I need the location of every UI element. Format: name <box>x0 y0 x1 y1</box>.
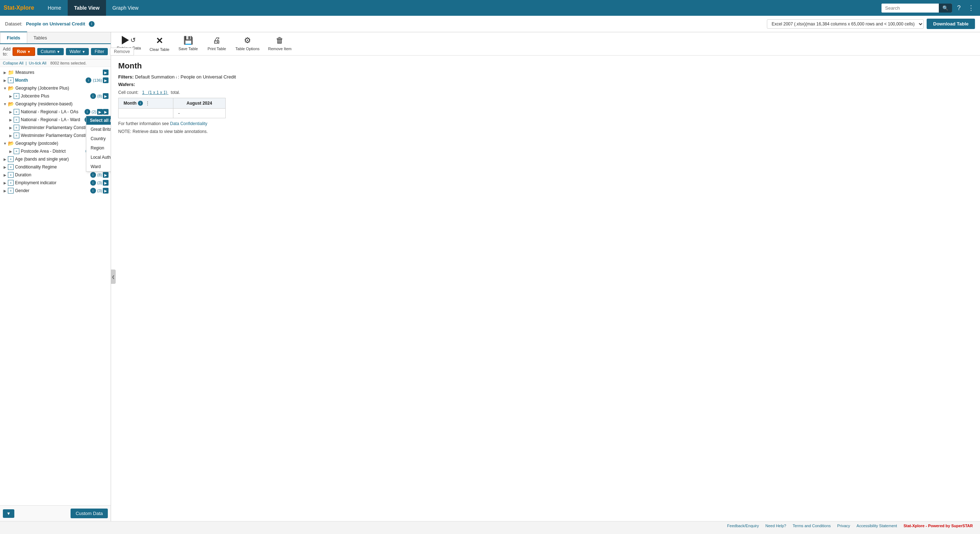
remove-item-icon: 🗑 <box>276 36 284 45</box>
table-options-label: Table Options <box>235 46 259 51</box>
main-layout: Fields Tables Add to: Row ▼ Column ▼ Waf… <box>0 32 980 521</box>
list-item[interactable]: ▶ ≡ National - Regional - LA - Ward i (2… <box>0 116 111 124</box>
info-badge[interactable]: i <box>90 172 96 178</box>
arrow-btn[interactable]: ▶ <box>103 77 108 83</box>
nav-table-view[interactable]: Table View <box>68 0 106 16</box>
arrow-btn[interactable]: ▶ <box>103 188 108 193</box>
nav-graph-view[interactable]: Graph View <box>106 0 145 16</box>
expander-icon: ▶ <box>8 109 14 115</box>
context-menu-item-ward[interactable]: Ward <box>86 162 111 171</box>
list-item[interactable]: ▶ ≡ Duration i (8) ▶ <box>0 171 111 179</box>
file-icon: ≡ <box>14 117 19 123</box>
file-icon: ≡ <box>14 125 19 131</box>
tree-container[interactable]: ▶ 📁 Measures ▶ ▶ ≡ Month i (136) ▶ ▼ 📂 G… <box>0 67 111 505</box>
footer-link-help[interactable]: Need Help? <box>765 524 786 528</box>
list-item[interactable]: ▶ ≡ National - Regional - LA - OAs i (2)… <box>0 108 111 116</box>
expander-icon: ▶ <box>2 188 8 193</box>
context-menu-header: Select all at level <box>86 116 111 125</box>
list-item[interactable]: ▼ 📂 Geography (Jobcentre Plus) <box>0 84 111 92</box>
print-table-toolbar-item[interactable]: 🖨 Print Table <box>207 36 227 51</box>
context-menu-item-region[interactable]: Region <box>86 143 111 153</box>
remove-item-label: Remove Item <box>268 46 291 51</box>
footer-link-privacy[interactable]: Privacy <box>837 524 850 528</box>
list-item[interactable]: ▶ ≡ Jobcentre Plus i (8) ▶ <box>0 92 111 100</box>
custom-data-button[interactable]: Custom Data <box>70 508 108 518</box>
item-count: (2) <box>92 110 96 114</box>
month-info-btn[interactable]: i <box>138 101 143 106</box>
download-table-button[interactable]: Download Table <box>927 19 975 29</box>
cell-count-link[interactable]: 1 (1 x 1 x 1) <box>142 90 169 95</box>
add-to-label: Add to: <box>3 46 10 57</box>
table-title: Month <box>118 61 973 70</box>
collapse-all-link[interactable]: Collapse All <box>3 61 23 65</box>
list-item[interactable]: ▶ ≡ Month i (136) ▶ <box>0 77 111 84</box>
filter-button[interactable]: Filter <box>91 48 108 55</box>
context-menu-item-country[interactable]: Country <box>86 134 111 143</box>
info-badge[interactable]: i <box>86 77 91 83</box>
list-item[interactable]: ▶ 📁 Measures ▶ <box>0 69 111 77</box>
menu-icon[interactable]: ⋮ <box>966 3 977 13</box>
file-icon: ≡ <box>8 180 14 186</box>
item-label: Employment indicator <box>15 180 89 185</box>
item-label: National - Regional - LA - Ward <box>21 117 84 122</box>
arrow-btn[interactable]: ▶ <box>103 172 108 178</box>
dataset-info-icon[interactable]: i <box>89 21 95 27</box>
expander-icon: ▶ <box>2 156 8 162</box>
month-more-btn[interactable]: ⋮ <box>144 100 151 106</box>
filters-label: Filters: <box>118 74 134 80</box>
list-item[interactable]: ▼ 📂 Geography (residence-based) <box>0 100 111 108</box>
list-item[interactable]: ▶ ≡ Gender i (3) ▶ <box>0 187 111 194</box>
item-label: Postcode Area - District <box>21 149 85 154</box>
arrow-btn[interactable]: ▶ <box>97 109 103 115</box>
row-button[interactable]: Row ▼ <box>13 47 35 56</box>
table-options-toolbar-item[interactable]: ⚙ Table Options <box>235 36 259 51</box>
data-confidentiality-link[interactable]: Data Confidentiality <box>170 121 207 126</box>
wafer-button[interactable]: Wafer ▼ <box>66 48 89 55</box>
clear-table-toolbar-item[interactable]: ✕ Clear Table <box>150 36 169 52</box>
dataset-label: Dataset: <box>5 21 22 27</box>
remove-button[interactable]: Remove <box>110 48 134 56</box>
items-count: 8002 items selected. <box>51 61 87 65</box>
format-select[interactable]: Excel 2007 (.xlsx)(max 16,384 columns x … <box>767 19 924 29</box>
footer-link-terms[interactable]: Terms and Conditions <box>793 524 830 528</box>
untick-all-link[interactable]: Un-tick All <box>29 61 46 65</box>
folder-icon: 📂 <box>8 140 14 146</box>
panel-collapse-button[interactable]: ❮ <box>111 269 116 284</box>
dataset-name[interactable]: People on Universal Credit <box>26 21 85 27</box>
arrow-btn[interactable]: ▶ <box>103 180 108 186</box>
info-badge[interactable]: i <box>84 109 90 115</box>
search-input[interactable] <box>881 3 939 13</box>
note-confidentiality: For further information see Data Confide… <box>118 121 973 126</box>
context-menu-item-local-authority[interactable]: Local Authority <box>86 153 111 162</box>
tab-fields[interactable]: Fields <box>0 32 27 43</box>
list-item[interactable]: ▶ ≡ Employment indicator i (3) ▶ <box>0 179 111 187</box>
info-badge[interactable]: i <box>90 180 96 186</box>
file-icon: ≡ <box>8 188 14 193</box>
filter-info-icon[interactable]: i <box>176 76 177 79</box>
column-button[interactable]: Column ▼ <box>37 48 64 55</box>
help-icon[interactable]: ? <box>955 3 963 13</box>
nav-home[interactable]: Home <box>41 0 67 16</box>
clear-table-label: Clear Table <box>150 47 169 52</box>
arrow-btn[interactable]: ▶ <box>103 70 108 75</box>
refresh-icon: ↺ <box>130 36 136 44</box>
tab-tables[interactable]: Tables <box>27 32 54 43</box>
level-select-btn[interactable]: ▶ <box>103 109 108 115</box>
arrow-btn[interactable]: ▶ <box>103 93 108 99</box>
file-icon: ≡ <box>14 132 19 138</box>
save-table-toolbar-item[interactable]: 💾 Save Table <box>178 36 198 51</box>
item-label: Duration <box>15 172 89 177</box>
footer-link-feedback[interactable]: Feedback/Enquiry <box>727 524 759 528</box>
context-menu-item-great-britain[interactable]: Great Britain <box>86 125 111 134</box>
footer-link-accessibility[interactable]: Accessibility Statement <box>856 524 897 528</box>
remove-item-toolbar-item[interactable]: 🗑 Remove Item <box>268 36 291 51</box>
search-submit-button[interactable]: 🔍 <box>939 3 952 13</box>
info-badge[interactable]: i <box>90 93 96 99</box>
info-badge[interactable]: i <box>90 188 96 193</box>
footer-brand: Stat-Xplore - Powered by SuperSTAR <box>904 524 973 528</box>
save-table-icon: 💾 <box>183 36 193 45</box>
table-area: Month Filters: Default Summation i : Peo… <box>111 56 980 521</box>
item-count: (136) <box>93 78 102 83</box>
filter-icon-button[interactable]: ▼ <box>3 509 14 518</box>
data-table: Month i ⋮ August 2024 - <box>118 98 226 118</box>
